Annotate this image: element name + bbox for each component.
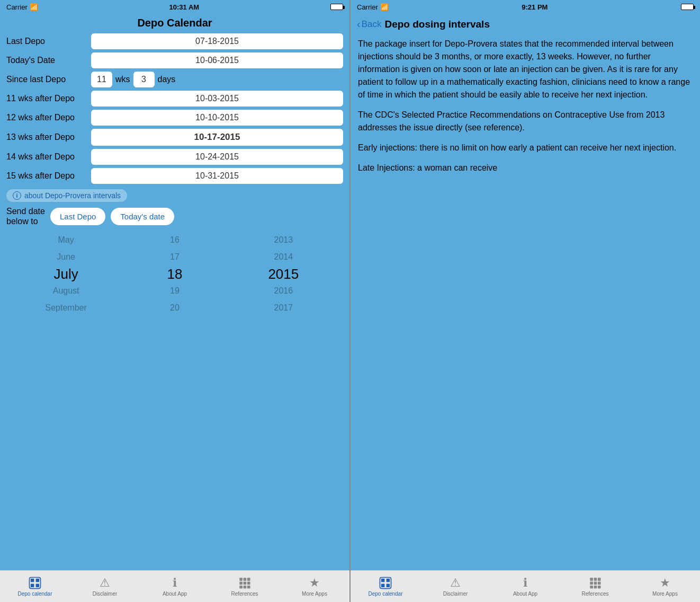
picker-day-19: 19 bbox=[120, 282, 229, 299]
svg-rect-5 bbox=[239, 578, 243, 581]
right-info-icon: ℹ bbox=[523, 576, 527, 590]
tab-disclaimer-label: Disclaimer bbox=[93, 591, 118, 597]
right-tab-bar: Depo calendar ⚠ Disclaimer ℹ About App R… bbox=[351, 570, 700, 602]
send-last-depo-button[interactable]: Last Depo bbox=[50, 208, 105, 225]
todays-date-value[interactable]: 10-06-2015 bbox=[91, 52, 343, 68]
info-icon: i bbox=[13, 191, 21, 200]
year-picker-col[interactable]: 2013 2014 2015 2016 2017 bbox=[229, 232, 338, 316]
14wks-row: 14 wks after Depo 10-24-2015 bbox=[6, 149, 343, 165]
picker-year-2016: 2016 bbox=[229, 282, 338, 299]
svg-rect-1 bbox=[31, 579, 34, 582]
11wks-value[interactable]: 10-03-2015 bbox=[91, 91, 343, 107]
last-depo-row: Last Depo 07-18-2015 bbox=[6, 33, 343, 49]
content-para-0: The package insert for Depo-Provera stat… bbox=[358, 38, 693, 101]
13wks-row: 13 wks after Depo 10-17-2015 bbox=[6, 129, 343, 146]
day-picker-col[interactable]: 16 17 18 19 20 bbox=[120, 232, 229, 316]
right-page-title: Depo dosing intervals bbox=[384, 19, 489, 30]
svg-rect-24 bbox=[598, 582, 601, 585]
svg-rect-9 bbox=[244, 582, 247, 585]
right-tab-references[interactable]: References bbox=[560, 571, 630, 602]
right-tab-more-apps[interactable]: ★ More Apps bbox=[630, 571, 700, 602]
svg-rect-6 bbox=[244, 578, 247, 581]
app-title: Depo Calendar bbox=[0, 14, 349, 33]
since-values: 11 wks 3 days bbox=[91, 72, 175, 87]
picker-month-june: June bbox=[12, 249, 120, 265]
right-tab-depo-calendar-label: Depo calendar bbox=[368, 591, 402, 597]
svg-rect-10 bbox=[247, 582, 250, 585]
since-last-depo-row: Since last Depo 11 wks 3 days bbox=[6, 72, 343, 87]
picker-month-may: May bbox=[12, 232, 120, 249]
last-depo-label: Last Depo bbox=[6, 37, 91, 46]
last-depo-value[interactable]: 07-18-2015 bbox=[91, 33, 343, 49]
picker-month-august: August bbox=[12, 282, 120, 299]
12wks-value[interactable]: 10-10-2015 bbox=[91, 110, 343, 126]
tab-depo-calendar-label: Depo calendar bbox=[17, 591, 52, 597]
right-tab-disclaimer-label: Disclaimer bbox=[443, 591, 468, 597]
info-link[interactable]: i about Depo-Provera intervals bbox=[6, 189, 127, 202]
right-tab-depo-calendar[interactable]: Depo calendar bbox=[351, 571, 420, 602]
send-date-label: Send datebelow to bbox=[6, 206, 45, 226]
svg-rect-20 bbox=[594, 578, 597, 581]
send-todays-date-button[interactable]: Today's date bbox=[111, 208, 174, 225]
date-picker[interactable]: May June July August September 16 17 18 … bbox=[6, 232, 343, 316]
svg-rect-12 bbox=[244, 586, 247, 589]
picker-day-16: 16 bbox=[120, 232, 229, 249]
right-nav: ‹ Back Depo dosing intervals bbox=[351, 14, 700, 33]
right-battery bbox=[681, 4, 694, 10]
picker-year-2017: 2017 bbox=[229, 299, 338, 316]
svg-rect-27 bbox=[598, 586, 601, 589]
send-date-row: Send datebelow to Last Depo Today's date bbox=[6, 206, 343, 226]
since-days-value: 3 bbox=[133, 72, 155, 87]
right-tab-about-app[interactable]: ℹ About App bbox=[490, 571, 560, 602]
right-home-icon bbox=[379, 576, 392, 590]
svg-rect-18 bbox=[387, 584, 390, 588]
12wks-label: 12 wks after Depo bbox=[6, 113, 91, 122]
right-warning-icon: ⚠ bbox=[450, 576, 461, 590]
left-status-bar: Carrier 📶 10:31 AM bbox=[0, 0, 349, 14]
13wks-value[interactable]: 10-17-2015 bbox=[91, 129, 343, 146]
svg-rect-2 bbox=[36, 579, 40, 582]
since-weeks-unit: wks bbox=[115, 75, 130, 84]
right-tab-disclaimer[interactable]: ⚠ Disclaimer bbox=[420, 571, 490, 602]
svg-rect-21 bbox=[598, 578, 601, 581]
right-phone-panel: Carrier 📶 9:21 PM ‹ Back Depo dosing int… bbox=[351, 0, 700, 602]
14wks-value[interactable]: 10-24-2015 bbox=[91, 149, 343, 165]
svg-rect-19 bbox=[590, 578, 593, 581]
15wks-value[interactable]: 10-31-2015 bbox=[91, 168, 343, 184]
tab-disclaimer[interactable]: ⚠ Disclaimer bbox=[70, 571, 140, 602]
right-time: 9:21 PM bbox=[522, 3, 548, 11]
right-star-icon: ★ bbox=[660, 576, 670, 590]
svg-rect-23 bbox=[594, 582, 597, 585]
back-button[interactable]: ‹ Back bbox=[357, 18, 381, 30]
warning-icon: ⚠ bbox=[100, 576, 110, 590]
left-carrier: Carrier 📶 bbox=[6, 3, 38, 11]
11wks-label: 11 wks after Depo bbox=[6, 94, 91, 103]
svg-rect-17 bbox=[381, 584, 385, 588]
tab-references[interactable]: References bbox=[210, 571, 280, 602]
right-carrier: Carrier 📶 bbox=[357, 3, 389, 11]
svg-rect-8 bbox=[239, 582, 243, 585]
tab-depo-calendar[interactable]: Depo calendar bbox=[0, 571, 70, 602]
references-icon bbox=[238, 576, 252, 590]
tab-more-apps[interactable]: ★ More Apps bbox=[280, 571, 349, 602]
home-icon bbox=[28, 576, 42, 590]
month-picker-col[interactable]: May June July August September bbox=[12, 232, 120, 316]
tab-about-app[interactable]: ℹ About App bbox=[140, 571, 210, 602]
svg-rect-15 bbox=[381, 579, 385, 582]
picker-month-september: September bbox=[12, 299, 120, 316]
tab-about-app-label: About App bbox=[163, 591, 187, 597]
svg-rect-7 bbox=[247, 578, 250, 581]
todays-date-row: Today's Date 10-06-2015 bbox=[6, 52, 343, 68]
right-references-icon bbox=[588, 576, 602, 590]
12wks-row: 12 wks after Depo 10-10-2015 bbox=[6, 110, 343, 126]
back-label: Back bbox=[362, 19, 382, 30]
picker-day-20: 20 bbox=[120, 299, 229, 316]
svg-rect-3 bbox=[31, 584, 34, 588]
since-last-depo-label: Since last Depo bbox=[6, 75, 91, 84]
picker-day-17: 17 bbox=[120, 249, 229, 265]
svg-rect-13 bbox=[247, 586, 250, 589]
picker-year-2013: 2013 bbox=[229, 232, 338, 249]
svg-rect-4 bbox=[36, 584, 40, 588]
tab-more-apps-label: More Apps bbox=[302, 591, 327, 597]
14wks-label: 14 wks after Depo bbox=[6, 152, 91, 162]
